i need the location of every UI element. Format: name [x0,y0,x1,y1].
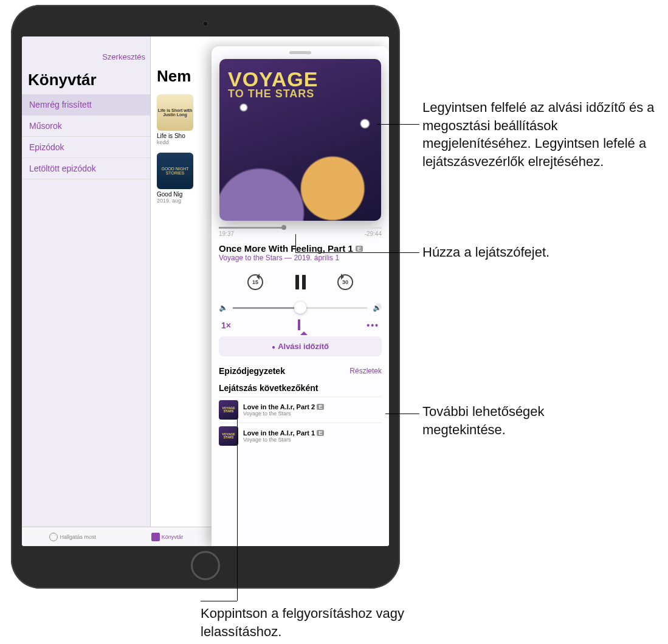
tab-library[interactable]: Könyvtár [151,533,184,541]
callout-leader [295,234,296,252]
podcast-subtitle: kedd [157,139,202,145]
sidebar-title: Könyvtár [22,36,150,94]
skip-forward-button[interactable]: 30 [336,273,354,291]
podcast-title: Good Nig [157,191,202,198]
callout-swipe: Legyintsen felfelé az alvási időzítő és … [422,99,659,171]
time-elapsed: 19:37 [219,230,234,237]
episode-notes-heading: Epizódjegyzetek [219,366,285,376]
podcast-artwork: GOOD NIGHT STORIES [157,153,193,189]
explicit-badge: E [317,404,324,410]
scrub-progress [219,227,284,229]
camera-dot [202,21,208,27]
queue-title: Love in the A.I.r, Part 2 [243,403,315,410]
podcast-artwork: Life is Short with Justin Long [157,94,193,131]
screen: 9:41 szept. 10. K ◖ 100% Szerkesztés Kön… [22,36,389,546]
queue-artwork: VOYAGE STARS [219,426,238,446]
volume-track[interactable] [233,307,368,309]
scrub-track[interactable] [219,227,382,229]
callout-leader [201,601,237,601]
volume-slider[interactable]: 🔈 🔊 [219,303,382,312]
details-link[interactable]: Részletek [349,367,382,375]
skip-back-button[interactable]: 15 [246,273,264,291]
queue-title: Love in the A.I.r, Part 1 [243,429,315,437]
ipad-device-frame: 9:41 szept. 10. K ◖ 100% Szerkesztés Kön… [11,5,400,589]
sidebar: Szerkesztés Könyvtár Nemrég frissített M… [22,36,151,546]
playback-speed-button[interactable]: 1× [221,320,231,330]
podcast-tile[interactable]: Life is Short with Justin Long Life is S… [157,94,202,145]
airplay-icon [298,319,300,330]
callout-speed: Koppintson a felgyorsításhoz vagy lelass… [201,604,456,640]
volume-low-icon: 🔈 [219,303,228,312]
callout-playhead: Húzza a lejátszófejet. [422,243,549,261]
queue-subtitle: Voyage to the Stars [243,437,382,443]
playback-controls: 15 30 [219,273,382,291]
callout-leader [295,252,419,253]
volume-knob[interactable] [294,302,306,314]
callout-leader [385,414,419,414]
more-options-button[interactable]: ••• [367,320,379,330]
home-button[interactable] [191,551,220,580]
airplay-button[interactable] [298,320,300,330]
explicit-badge: E [356,246,363,252]
time-remaining: -29:44 [365,230,382,237]
pause-button[interactable] [291,273,309,291]
playhead[interactable] [281,225,286,230]
play-icon [49,533,58,541]
grabber-handle[interactable] [289,51,311,54]
sidebar-item-shows[interactable]: Műsorok [22,116,150,137]
podcast-title: Life is Sho [157,133,202,139]
album-artwork[interactable]: VOYAGETO THE STARS [219,59,381,221]
queue-artwork: VOYAGE STARS [219,400,238,420]
now-playing-panel[interactable]: VOYAGETO THE STARS 19:37 -29:44 Once Mor… [212,46,389,546]
podcast-subtitle: 2019. aug [157,198,202,204]
callout-leader [377,124,419,125]
edit-button[interactable]: Szerkesztés [102,52,145,61]
queue-subtitle: Voyage to the Stars [243,410,382,417]
callout-more: További lehetőségek megtekintése. [422,403,611,438]
sleep-timer-button[interactable]: Alvási időzítő [219,336,382,356]
queue-item[interactable]: VOYAGE STARS Love in the A.I.r, Part 2E … [219,396,382,423]
pause-icon [295,275,306,289]
tab-listen-now[interactable]: Hallgatás most [49,533,96,541]
skip-forward-icon: 30 [337,274,353,290]
library-icon [151,533,160,541]
callout-leader [237,418,238,601]
skip-back-icon: 15 [247,274,263,290]
explicit-badge: E [317,430,324,436]
volume-high-icon: 🔊 [373,303,382,312]
sidebar-item-recent[interactable]: Nemrég frissített [22,94,150,116]
podcast-tile[interactable]: GOOD NIGHT STORIES Good Nig 2019. aug [157,153,202,204]
scrubber[interactable]: 19:37 -29:44 [219,227,382,237]
sidebar-item-episodes[interactable]: Epizódok [22,137,150,158]
up-next-heading: Lejátszás következőként [219,383,318,393]
queue-item[interactable]: VOYAGE STARS Love in the A.I.r, Part 1E … [219,423,382,449]
episode-subtitle[interactable]: Voyage to the Stars — 2019. április 1 [219,254,382,262]
moon-icon [272,342,278,351]
sidebar-item-downloaded[interactable]: Letöltött epizódok [22,158,150,179]
